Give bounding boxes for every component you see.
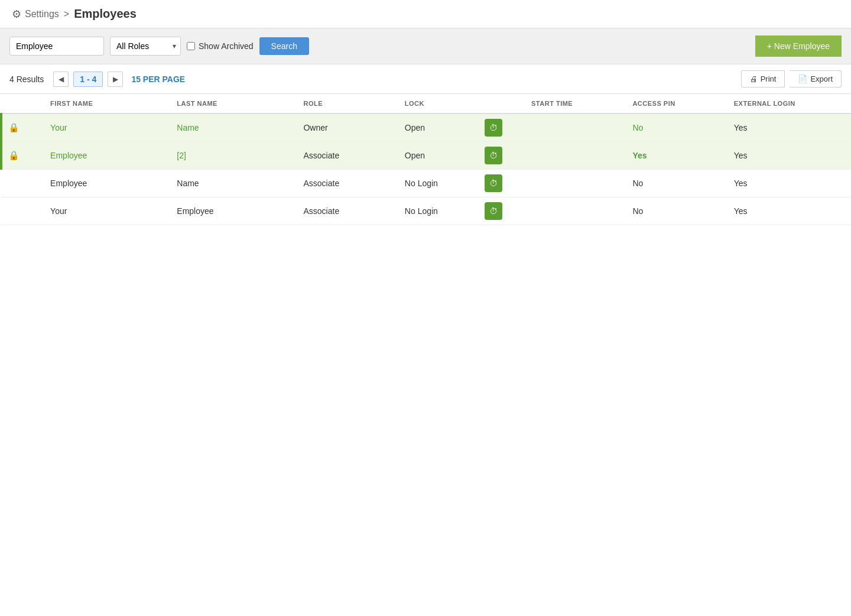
show-archived-label[interactable]: Show Archived [187, 41, 254, 51]
first-name-text: Employee [50, 179, 87, 188]
last-name-cell[interactable]: Name [167, 114, 294, 142]
external-login-cell: Yes [725, 197, 851, 225]
last-name-link[interactable]: [2] [177, 151, 186, 160]
lock-status-cell: No Login [395, 170, 480, 197]
role-text: Associate [303, 206, 339, 216]
lock-icon: 🔒 [8, 122, 20, 132]
access-pin-text: No [632, 179, 643, 188]
external-login-cell: Yes [725, 142, 851, 170]
clock-btn-cell[interactable]: ⏱ [480, 142, 522, 170]
lock-icon-cell[interactable]: 🔒 [1, 142, 41, 170]
show-archived-text: Show Archived [199, 41, 254, 51]
access-pin-text: Yes [632, 151, 647, 160]
table-header: FIRST NAME LAST NAME ROLE LOCK START TIM… [1, 94, 851, 114]
th-start-time: START TIME [522, 94, 623, 114]
lock-status-text: Open [405, 123, 425, 132]
first-name-link[interactable]: Your [50, 123, 67, 132]
th-lock-icon [1, 94, 41, 114]
role-select[interactable]: All Roles Owner Associate Manager [110, 37, 181, 56]
th-first-name: FIRST NAME [41, 94, 167, 114]
table-row[interactable]: EmployeeNameAssociateNo Login⏱NoYes [1, 170, 851, 197]
results-count: 4 Results [9, 74, 44, 84]
first-name-cell[interactable]: Employee [41, 142, 167, 170]
table-row[interactable]: 🔒Employee[2]AssociateOpen⏱YesYes [1, 142, 851, 170]
role-cell: Associate [294, 197, 395, 225]
access-pin-cell: No [623, 114, 724, 142]
access-pin-text: No [632, 206, 643, 216]
start-time-cell [522, 170, 623, 197]
print-button[interactable]: 🖨 Print [741, 70, 785, 87]
lock-status-cell: Open [395, 142, 480, 170]
role-select-wrapper: All Roles Owner Associate Manager [110, 37, 181, 56]
clock-btn-cell[interactable]: ⏱ [480, 114, 522, 142]
gear-icon: ⚙ [12, 8, 21, 21]
th-access-pin: ACCESS PIN [623, 94, 724, 114]
external-login-text: Yes [734, 179, 748, 188]
role-text: Associate [303, 179, 339, 188]
clock-button[interactable]: ⏱ [485, 174, 502, 192]
clock-button[interactable]: ⏱ [485, 119, 502, 137]
access-pin-text: No [632, 123, 643, 132]
search-button[interactable]: Search [259, 37, 309, 55]
table-row[interactable]: YourEmployeeAssociateNo Login⏱NoYes [1, 197, 851, 225]
last-name-cell: Name [167, 170, 294, 197]
page-header: ⚙ Settings > Employees [0, 0, 851, 28]
employee-tbody: 🔒YourNameOwnerOpen⏱NoYes🔒Employee[2]Asso… [1, 114, 851, 225]
breadcrumb-separator: > [64, 9, 69, 20]
first-name-link[interactable]: Employee [50, 151, 87, 160]
last-name-cell: Employee [167, 197, 294, 225]
print-icon: 🖨 [750, 74, 758, 83]
role-cell: Associate [294, 142, 395, 170]
pagination-bar: 4 Results ◀ 1 - 4 ▶ 15 PER PAGE 🖨 Print … [0, 64, 851, 94]
export-icon: 📄 [798, 74, 807, 83]
access-pin-cell: No [623, 197, 724, 225]
lock-status-cell: No Login [395, 197, 480, 225]
first-name-cell[interactable]: Your [41, 114, 167, 142]
prev-page-button[interactable]: ◀ [53, 72, 69, 87]
first-name-text: Your [50, 206, 67, 216]
new-employee-button[interactable]: + New Employee [755, 35, 842, 57]
clock-button[interactable]: ⏱ [485, 202, 502, 220]
lock-icon: 🔒 [8, 150, 20, 160]
toolbar: All Roles Owner Associate Manager Show A… [0, 28, 851, 64]
access-pin-cell: No [623, 170, 724, 197]
page-title: Employees [74, 7, 137, 21]
role-cell: Associate [294, 170, 395, 197]
clock-btn-cell[interactable]: ⏱ [480, 170, 522, 197]
first-name-cell: Your [41, 197, 167, 225]
last-name-link[interactable]: Name [177, 123, 199, 132]
table-row[interactable]: 🔒YourNameOwnerOpen⏱NoYes [1, 114, 851, 142]
role-cell: Owner [294, 114, 395, 142]
lock-status-text: No Login [405, 206, 438, 216]
lock-icon-cell[interactable]: 🔒 [1, 114, 41, 142]
next-page-button[interactable]: ▶ [108, 72, 123, 87]
export-button[interactable]: 📄 Export [790, 70, 842, 87]
lock-status-text: Open [405, 151, 425, 160]
per-page-link[interactable]: 15 PER PAGE [131, 74, 185, 84]
print-label: Print [761, 74, 777, 83]
page-range: 1 - 4 [73, 72, 103, 87]
breadcrumb-settings[interactable]: Settings [25, 9, 59, 20]
search-input[interactable] [9, 37, 104, 56]
clock-btn-cell[interactable]: ⏱ [480, 197, 522, 225]
lock-status-cell: Open [395, 114, 480, 142]
role-text: Owner [303, 123, 327, 132]
external-login-text: Yes [734, 123, 748, 132]
external-login-cell: Yes [725, 114, 851, 142]
th-last-name: LAST NAME [167, 94, 294, 114]
show-archived-checkbox[interactable] [187, 42, 195, 50]
start-time-cell [522, 197, 623, 225]
last-name-cell[interactable]: [2] [167, 142, 294, 170]
clock-button[interactable]: ⏱ [485, 147, 502, 164]
external-login-text: Yes [734, 206, 748, 216]
th-external-login: EXTERNAL LOGIN [725, 94, 851, 114]
lock-icon-cell [1, 170, 41, 197]
first-name-cell: Employee [41, 170, 167, 197]
start-time-cell [522, 114, 623, 142]
employee-table: FIRST NAME LAST NAME ROLE LOCK START TIM… [0, 94, 851, 225]
access-pin-cell: Yes [623, 142, 724, 170]
external-login-text: Yes [734, 151, 748, 160]
last-name-text: Name [177, 179, 199, 188]
external-login-cell: Yes [725, 170, 851, 197]
lock-status-text: No Login [405, 179, 438, 188]
